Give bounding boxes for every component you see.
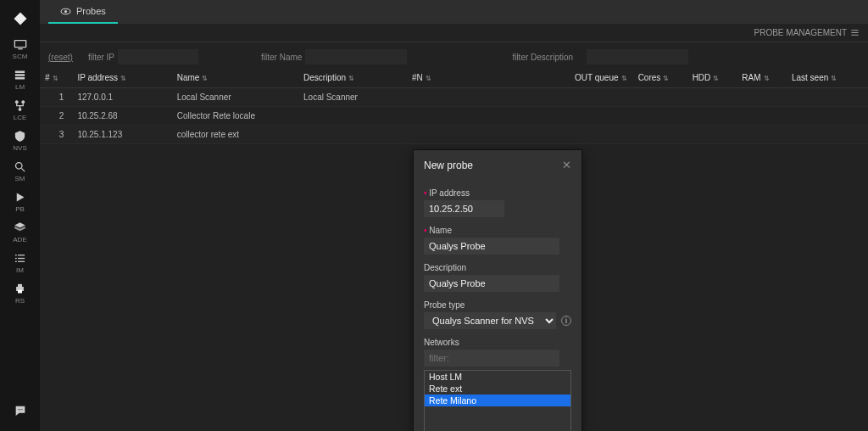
side-sm-label: SM xyxy=(15,175,25,182)
side-nvs[interactable]: NVS xyxy=(0,126,40,156)
network-option[interactable]: Rete ext xyxy=(425,383,570,395)
filter-name: filter Name xyxy=(261,49,407,64)
side-nvs-label: NVS xyxy=(13,144,26,152)
networks-filter-input[interactable] xyxy=(424,350,559,367)
type-select[interactable]: Qualys Scanner for NVS xyxy=(424,312,556,329)
filter-name-label: filter Name xyxy=(261,53,302,62)
networks-listbox[interactable]: Host LMRete extRete Milano xyxy=(424,370,571,431)
menu-icon xyxy=(850,28,860,37)
side-pb-label: PB xyxy=(15,205,25,213)
svg-rect-19 xyxy=(18,261,25,262)
col-ip[interactable]: IP address⇅ xyxy=(72,68,171,88)
svg-rect-15 xyxy=(18,255,25,255)
svg-point-8 xyxy=(19,108,22,111)
side-sm[interactable]: SM xyxy=(0,156,40,187)
filter-name-input[interactable] xyxy=(305,49,407,64)
info-icon[interactable]: i xyxy=(561,316,571,326)
svg-point-24 xyxy=(19,409,20,410)
side-im[interactable]: IM xyxy=(0,248,40,278)
svg-point-25 xyxy=(21,409,22,410)
side-scm-label: SCM xyxy=(13,53,28,60)
filter-ip: filter IP xyxy=(88,49,198,64)
filter-desc: filter Description xyxy=(512,49,688,64)
svg-rect-3 xyxy=(15,71,25,74)
col-n[interactable]: #⇅ xyxy=(40,68,72,88)
svg-rect-18 xyxy=(15,261,17,262)
eye-icon xyxy=(60,6,71,17)
svg-rect-16 xyxy=(15,258,17,259)
probe-management-label: PROBE MANAGEMENT xyxy=(754,28,847,37)
probes-table: #⇅ IP address⇅ Name⇅ Description⇅ #N⇅ OU… xyxy=(40,68,868,144)
side-rs[interactable]: RS xyxy=(0,278,40,309)
side-lm[interactable]: LM xyxy=(0,64,40,95)
col-nn[interactable]: #N⇅ xyxy=(407,68,570,88)
reset-filters[interactable]: (reset) xyxy=(48,53,73,62)
networks-label: Networks xyxy=(424,338,571,347)
filter-desc-input[interactable] xyxy=(587,49,688,64)
side-logo[interactable] xyxy=(0,3,40,34)
col-outq[interactable]: OUT queue⇅ xyxy=(570,68,633,88)
col-cores[interactable]: Cores⇅ xyxy=(633,68,687,88)
col-desc[interactable]: Description⇅ xyxy=(298,68,407,88)
svg-rect-2 xyxy=(18,48,22,49)
svg-rect-4 xyxy=(15,74,25,76)
filter-desc-label: filter Description xyxy=(512,53,573,62)
col-hdd[interactable]: HDD⇅ xyxy=(687,68,737,88)
side-lm-label: LM xyxy=(15,83,25,91)
svg-rect-28 xyxy=(851,30,858,31)
svg-line-10 xyxy=(21,168,25,171)
type-label: Probe type xyxy=(424,300,571,310)
filter-ip-label: filter IP xyxy=(88,53,114,62)
side-im-label: IM xyxy=(16,266,24,274)
subbar: PROBE MANAGEMENT xyxy=(40,24,868,42)
tab-probes[interactable]: Probes xyxy=(48,0,118,24)
side-lce[interactable]: LCE xyxy=(0,95,40,126)
svg-marker-11 xyxy=(17,193,25,202)
modal-title: New probe xyxy=(424,160,473,171)
side-ade[interactable]: ADE xyxy=(0,217,40,248)
probe-management-button[interactable]: PROBE MANAGEMENT xyxy=(754,28,860,37)
main: Probes PROBE MANAGEMENT (reset) filter I… xyxy=(40,0,868,431)
tab-probes-label: Probes xyxy=(76,6,106,16)
network-option[interactable]: Host LM xyxy=(425,371,570,383)
svg-rect-21 xyxy=(18,284,22,287)
table-row[interactable]: 1127.0.0.1Local ScannerLocal Scanner xyxy=(40,88,868,107)
side-scm[interactable]: SCM xyxy=(0,34,40,64)
svg-rect-14 xyxy=(15,255,17,255)
svg-rect-22 xyxy=(18,290,22,294)
modal-header: New probe ✕ xyxy=(414,150,581,180)
svg-rect-29 xyxy=(851,32,858,33)
svg-rect-17 xyxy=(18,258,25,259)
filter-bar: (reset) filter IP filter Name filter Des… xyxy=(40,42,868,68)
network-option[interactable]: Rete Milano xyxy=(425,395,570,406)
table-row[interactable]: 210.25.2.68Collector Rete locale xyxy=(40,107,868,126)
new-probe-modal: New probe ✕ IP address Name Description … xyxy=(413,149,582,431)
desc-input[interactable] xyxy=(424,275,559,292)
side-chat[interactable] xyxy=(0,395,40,426)
col-name[interactable]: Name⇅ xyxy=(172,68,298,88)
svg-point-7 xyxy=(21,100,25,104)
table-row[interactable]: 310.25.1.123collector rete ext xyxy=(40,126,868,144)
col-ram[interactable]: RAM⇅ xyxy=(737,68,787,88)
sidebar: SCM LM LCE NVS SM PB ADE IM RS xyxy=(0,0,40,431)
ip-label: IP address xyxy=(424,188,571,198)
svg-point-9 xyxy=(16,163,23,170)
name-input[interactable] xyxy=(424,238,559,255)
side-lce-label: LCE xyxy=(14,114,27,121)
ip-input[interactable] xyxy=(424,200,504,217)
svg-point-27 xyxy=(64,9,67,12)
svg-point-6 xyxy=(15,100,19,104)
desc-label: Description xyxy=(424,263,571,272)
topbar: Probes xyxy=(40,0,868,24)
modal-close-icon[interactable]: ✕ xyxy=(562,159,571,171)
filter-ip-input[interactable] xyxy=(118,49,198,64)
svg-rect-30 xyxy=(851,35,858,36)
table-area: #⇅ IP address⇅ Name⇅ Description⇅ #N⇅ OU… xyxy=(40,68,868,431)
svg-point-23 xyxy=(18,409,19,410)
side-rs-label: RS xyxy=(15,297,25,305)
col-lastseen[interactable]: Last seen⇅ xyxy=(787,68,868,88)
svg-rect-5 xyxy=(15,77,25,80)
svg-marker-0 xyxy=(14,13,26,25)
side-ade-label: ADE xyxy=(13,236,26,243)
side-pb[interactable]: PB xyxy=(0,187,40,217)
